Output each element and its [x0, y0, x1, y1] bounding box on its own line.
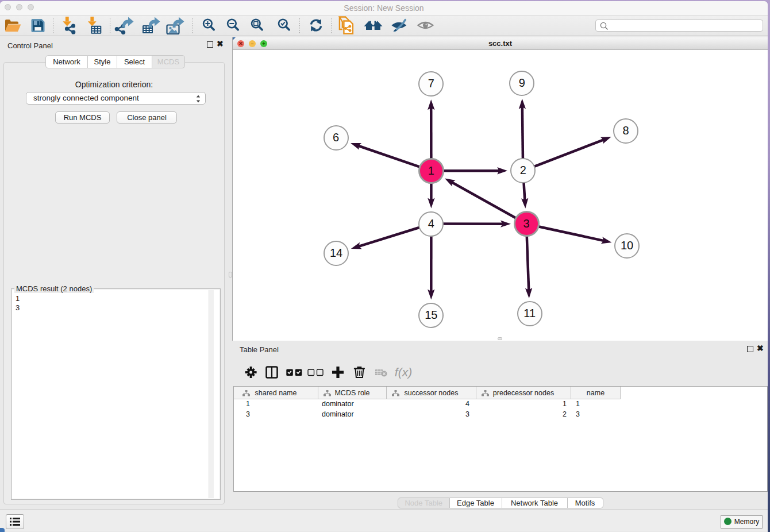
svg-text:f(x): f(x)	[395, 365, 412, 379]
